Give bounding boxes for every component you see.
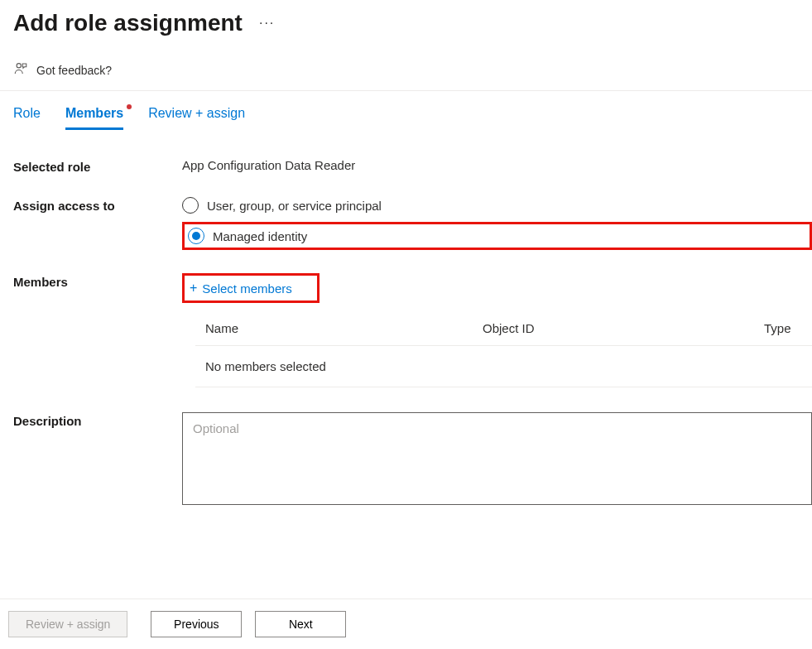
tab-members[interactable]: Members (65, 106, 123, 130)
review-assign-button: Review + assign (8, 611, 127, 637)
select-members-text: Select members (202, 281, 291, 296)
feedback-bar[interactable]: Got feedback? (0, 53, 812, 91)
radio-managed-identity[interactable]: Managed identity (188, 228, 307, 244)
feedback-person-icon (13, 61, 28, 79)
description-label: Description (13, 412, 182, 428)
radio-selected-icon (188, 228, 204, 244)
table-header-type[interactable]: Type (764, 321, 802, 335)
radio-unselected-icon (182, 197, 199, 214)
assign-access-label: Assign access to (13, 197, 182, 213)
tab-indicator-dot (127, 104, 132, 109)
description-textarea[interactable] (182, 412, 812, 505)
table-header-objectid[interactable]: Object ID (483, 321, 764, 335)
table-header-name[interactable]: Name (205, 321, 483, 335)
members-label: Members (13, 273, 182, 289)
highlight-managed-identity: Managed identity (182, 222, 812, 250)
tab-review-assign[interactable]: Review + assign (148, 106, 245, 130)
radio-user-label: User, group, or service principal (207, 199, 382, 213)
members-table: Name Object ID Type No members selected (195, 311, 812, 387)
selected-role-value: App Configuration Data Reader (182, 158, 812, 172)
tab-members-label: Members (65, 106, 123, 120)
next-button[interactable]: Next (255, 611, 346, 637)
feedback-text: Got feedback? (36, 64, 112, 77)
table-empty-message: No members selected (195, 346, 812, 387)
tab-role[interactable]: Role (13, 106, 41, 130)
tabs-container: Role Members Review + assign (0, 91, 812, 130)
previous-button[interactable]: Previous (151, 611, 242, 637)
svg-point-0 (17, 64, 21, 68)
selected-role-label: Selected role (13, 158, 182, 174)
select-members-link[interactable]: + Select members (190, 281, 292, 296)
footer-bar: Review + assign Previous Next (0, 599, 812, 649)
radio-identity-label: Managed identity (213, 229, 307, 243)
page-title: Add role assignment (13, 10, 243, 36)
more-icon[interactable]: ··· (259, 16, 275, 31)
plus-icon: + (190, 281, 197, 296)
highlight-select-members: + Select members (182, 273, 320, 303)
radio-user-group-service[interactable]: User, group, or service principal (182, 197, 812, 214)
